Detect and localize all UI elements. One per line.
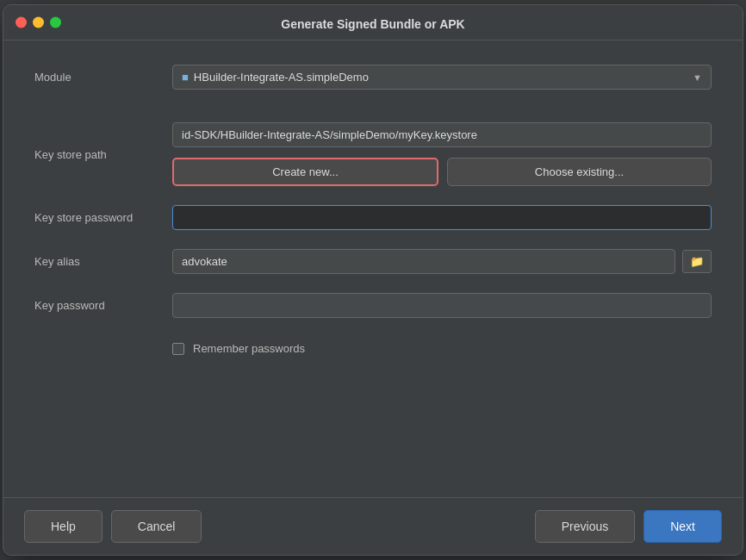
close-icon[interactable] (16, 17, 27, 28)
key-password-input[interactable] (172, 293, 712, 318)
key-store-password-label: Key store password (34, 211, 172, 224)
choose-existing-button[interactable]: Choose existing... (447, 158, 712, 186)
key-alias-input[interactable] (172, 249, 675, 274)
key-password-control (172, 293, 712, 318)
key-store-path-label: Key store path (34, 148, 172, 161)
remember-passwords-label: Remember passwords (193, 342, 305, 355)
key-store-button-row: Create new... Choose existing... (172, 158, 712, 186)
module-control: ■ HBuilder-Integrate-AS.simpleDemo ▼ (172, 65, 712, 90)
module-select[interactable]: ■ HBuilder-Integrate-AS.simpleDemo ▼ (172, 65, 712, 90)
maximize-icon[interactable] (50, 17, 61, 28)
remember-passwords-row: Remember passwords (172, 342, 712, 355)
form-content: Module ■ HBuilder-Integrate-AS.simpleDem… (3, 40, 743, 497)
key-alias-row: Key alias 📁 (34, 249, 712, 274)
module-label: Module (34, 71, 172, 84)
key-store-password-row: Key store password (34, 205, 712, 230)
key-alias-browse-button[interactable]: 📁 (682, 250, 712, 273)
previous-button[interactable]: Previous (535, 510, 635, 543)
create-new-button[interactable]: Create new... (172, 158, 438, 186)
footer-left-buttons: Help Cancel (24, 510, 202, 543)
key-store-password-control (172, 205, 712, 230)
module-icon: ■ (182, 71, 189, 84)
window-title: Generate Signed Bundle or APK (281, 17, 464, 31)
titlebar-buttons (16, 17, 61, 28)
alias-row: 📁 (172, 249, 712, 274)
key-password-label: Key password (34, 299, 172, 312)
remember-passwords-checkbox[interactable] (172, 343, 184, 355)
module-value: HBuilder-Integrate-AS.simpleDemo (194, 71, 693, 84)
dialog-footer: Help Cancel Previous Next (3, 497, 743, 555)
key-store-path-control: Create new... Choose existing... (172, 122, 712, 186)
key-store-path-input[interactable] (172, 122, 712, 147)
dialog-window: Generate Signed Bundle or APK Module ■ H… (3, 4, 743, 556)
module-row: Module ■ HBuilder-Integrate-AS.simpleDem… (34, 65, 712, 90)
key-store-path-row: Key store path Create new... Choose exis… (34, 122, 712, 186)
key-alias-control: 📁 (172, 249, 712, 274)
key-password-row: Key password (34, 293, 712, 318)
chevron-down-icon: ▼ (693, 72, 702, 83)
help-button[interactable]: Help (24, 510, 103, 543)
folder-icon: 📁 (690, 255, 704, 268)
titlebar: Generate Signed Bundle or APK (3, 5, 743, 40)
next-button[interactable]: Next (643, 510, 722, 543)
key-store-password-input[interactable] (172, 205, 712, 230)
minimize-icon[interactable] (33, 17, 44, 28)
key-alias-label: Key alias (34, 255, 172, 268)
cancel-button[interactable]: Cancel (111, 510, 202, 543)
footer-right-buttons: Previous Next (535, 510, 722, 543)
